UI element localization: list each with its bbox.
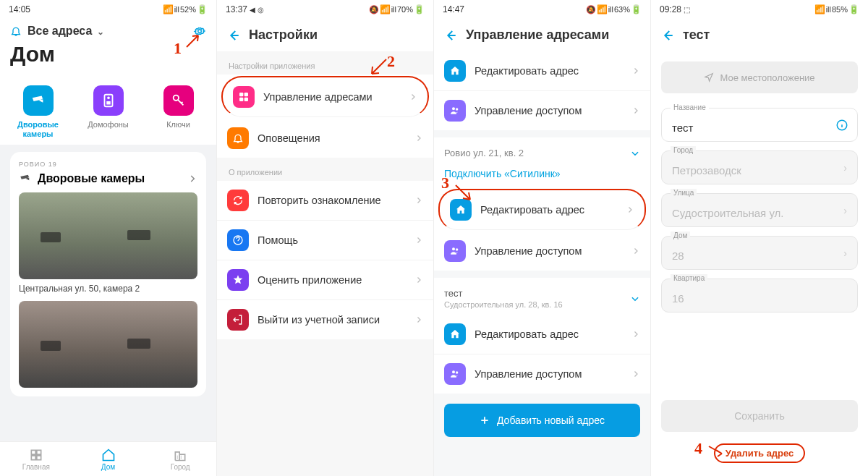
back-button[interactable] [661, 29, 674, 42]
camera-small-icon [19, 172, 32, 185]
notifications-icon[interactable] [10, 25, 22, 37]
screen-settings: 13:37 ◀ ◎ 🔕📶ill 70%🔋 Настройки Настройки… [217, 0, 434, 476]
chevron-right-icon [414, 236, 423, 245]
bell-icon [232, 132, 244, 144]
status-bar: 14:05 📶ill 52%🔋 [0, 0, 216, 19]
chevron-right-icon [414, 315, 423, 324]
address-group-2[interactable]: тест Судостроительная ул. 28, кв. 16 [434, 278, 650, 315]
add-address-button[interactable]: Добавить новый адрес [444, 404, 640, 437]
street-field[interactable]: Улица Судостроительная ул. › [661, 193, 858, 227]
chevron-right-icon [414, 276, 423, 284]
item-edit-address-top[interactable]: Редактировать адрес [434, 51, 650, 91]
item-edit-address-1[interactable]: Редактировать адрес [438, 189, 646, 230]
my-location-button[interactable]: Мое местоположение [661, 61, 858, 93]
settings-icon[interactable] [193, 25, 206, 38]
section-about-label: О приложении [217, 158, 433, 181]
status-bar: 13:37 ◀ ◎ 🔕📶ill 70%🔋 [217, 0, 433, 19]
status-bar: 09:28 ⬚ 📶ill 85%🔋 [651, 0, 868, 19]
status-time: 14:05 [9, 4, 30, 14]
chevron-right-icon [409, 93, 417, 101]
status-bar: 14:47 🔕📶ill 63%🔋 [434, 0, 650, 19]
item-rate-app[interactable]: Оценить приложение [217, 260, 433, 300]
house-icon [449, 65, 461, 77]
item-help[interactable]: Помощь [217, 221, 433, 260]
annotation-3: 3 [441, 174, 449, 192]
camera-thumbnail-2[interactable] [19, 301, 197, 388]
address-selector[interactable]: Все адреса ⌄ [27, 25, 104, 38]
annotation-1: 1 [174, 39, 182, 58]
city-field[interactable]: Город Петрозаводск › [661, 150, 858, 184]
page-title: тест [683, 27, 710, 43]
item-manage-addresses[interactable]: Управление адресами [221, 76, 429, 117]
key-icon [171, 93, 187, 109]
item-manage-access-2[interactable]: Управление доступом [434, 354, 650, 394]
apartment-field[interactable]: Квартира 16 [661, 279, 858, 313]
chevron-right-icon [631, 67, 640, 75]
section-app-label: Настройки приложения [217, 51, 433, 75]
users-icon [449, 105, 461, 116]
nav-arrow-icon [704, 72, 714, 82]
delete-address-link[interactable]: Удалить адрес [714, 443, 806, 463]
page-title: Настройки [249, 27, 318, 43]
plus-icon [480, 415, 490, 425]
info-icon[interactable] [835, 119, 848, 132]
chevron-right-icon [626, 205, 634, 214]
nav-main[interactable]: Главная [0, 442, 72, 476]
house-icon [455, 204, 467, 216]
cameras-card: РОВИО 19 Дворовые камеры Центральная ул.… [10, 152, 206, 396]
annotation-4: 4 [694, 439, 702, 458]
chevron-right-icon [414, 196, 423, 205]
exit-icon [232, 314, 244, 326]
nav-city[interactable]: Город [144, 442, 216, 476]
bottom-nav: Главная Дом Город [0, 441, 216, 476]
screen-manage-addresses: 14:47 🔕📶ill 63%🔋 Управление адресами Ред… [434, 0, 651, 476]
chevron-right-icon [414, 134, 423, 143]
chevron-right-icon [631, 370, 640, 378]
screen-edit-address: 09:28 ⬚ 📶ill 85%🔋 тест Мое местоположени… [651, 0, 868, 476]
users-icon [449, 368, 461, 380]
question-icon [232, 234, 244, 246]
address-group-1[interactable]: Ровио ул. 21, кв. 2 [434, 137, 650, 164]
chevron-right-icon [631, 330, 640, 339]
annotation-2: 2 [387, 52, 395, 71]
chevron-right-icon [631, 247, 640, 255]
item-notifications[interactable]: Оповещения [217, 119, 433, 158]
screen-home: 14:05 📶ill 52%🔋 Все адреса ⌄ Дом Дворовы… [0, 0, 217, 476]
refresh-icon [232, 195, 244, 206]
house-grid-icon [238, 91, 250, 103]
camera-icon [30, 93, 46, 109]
intercom-icon [101, 93, 116, 109]
category-yard-cameras[interactable]: Дворовые камеры [10, 85, 66, 139]
item-logout[interactable]: Выйти из учетной записи [217, 300, 433, 339]
item-repeat-onboarding[interactable]: Повторить ознакомление [217, 181, 433, 221]
chevron-down-icon [630, 294, 640, 304]
chevron-down-icon [630, 148, 640, 158]
page-title: Управление адресами [466, 27, 609, 43]
save-button[interactable]: Сохранить [661, 400, 858, 432]
connect-citylink-link[interactable]: Подключить «Ситилинк» [434, 164, 650, 187]
back-button[interactable] [444, 29, 457, 42]
category-intercoms[interactable]: Домофоны [80, 85, 136, 139]
back-button[interactable] [227, 29, 240, 42]
chevron-right-icon [187, 174, 197, 184]
category-keys[interactable]: Ключи [150, 85, 206, 139]
star-icon [232, 274, 244, 286]
name-field[interactable]: Название тест [661, 108, 858, 142]
users-icon [449, 245, 461, 257]
item-manage-access-top[interactable]: Управление доступом [434, 91, 650, 130]
house-field[interactable]: Дом 28 › [661, 236, 858, 270]
cameras-header[interactable]: Дворовые камеры [19, 172, 197, 185]
camera-thumbnail-1[interactable] [19, 192, 197, 279]
item-manage-access-1[interactable]: Управление доступом [434, 231, 650, 271]
street-label: РОВИО 19 [19, 161, 197, 168]
chevron-right-icon [631, 106, 640, 115]
item-edit-address-2[interactable]: Редактировать адрес [434, 315, 650, 354]
camera-caption: Центральная ул. 50, камера 2 [19, 284, 197, 294]
house-icon [449, 328, 461, 340]
nav-home[interactable]: Дом [72, 442, 145, 476]
